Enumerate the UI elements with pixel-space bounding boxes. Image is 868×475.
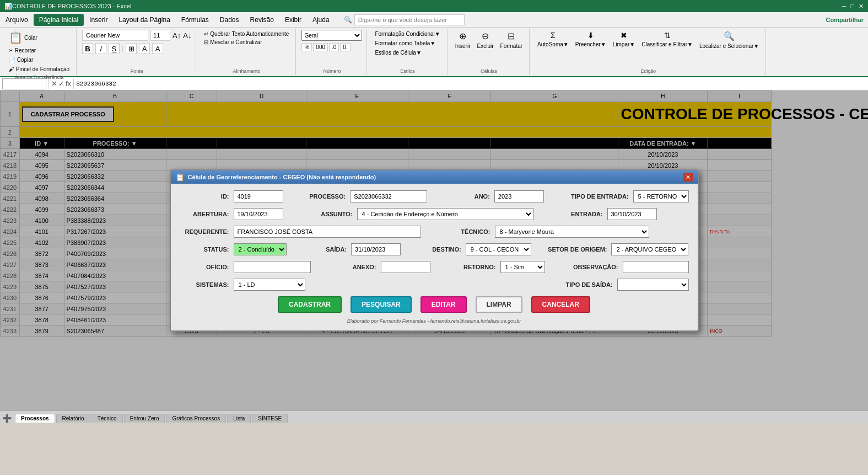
comma-button[interactable]: 000 <box>313 43 328 51</box>
border-button[interactable]: ⊞ <box>126 43 137 54</box>
ribbon-search[interactable] <box>354 14 465 25</box>
wrap-text-button[interactable]: ↵ Quebrar Texto Automaticamente <box>202 30 291 38</box>
format-cell-button[interactable]: ⊟Formatar <box>498 30 525 67</box>
menu-layout[interactable]: Layout da Página <box>113 14 175 26</box>
fill-button[interactable]: ⬇Preencher▼ <box>573 30 608 67</box>
dialog-close-button[interactable]: ✕ <box>683 173 693 182</box>
fill-color-button[interactable]: A <box>139 43 150 54</box>
title-text: CONTROLE DE PROCESSOS 2023 - Excel <box>12 3 131 9</box>
dialog-limpar-button[interactable]: LIMPAR <box>476 296 522 313</box>
sort-filter-button[interactable]: ⇅Classificar e Filtrar▼ <box>639 30 695 67</box>
font-name-input[interactable] <box>82 30 148 41</box>
percent-button[interactable]: % <box>301 43 312 51</box>
tipo-entrada-select[interactable]: 5 - RETORNO <box>633 190 689 202</box>
abertura-input[interactable] <box>234 208 283 220</box>
retorno-select[interactable]: 1 - Sim <box>500 261 546 273</box>
paste-button[interactable]: 📋Colar <box>7 30 72 45</box>
destino-label: DESTINO: <box>412 246 461 253</box>
menu-arquivo[interactable]: Arquivo <box>0 14 34 26</box>
font-size-input[interactable] <box>150 30 170 41</box>
requerente-input[interactable] <box>234 226 421 238</box>
decrease-decimal-button[interactable]: 0. <box>340 43 350 51</box>
anexo-label: ANEXO: <box>327 264 376 270</box>
sistemas-select[interactable]: 1 - LD <box>234 279 305 291</box>
cancel-formula-icon[interactable]: ✕ <box>51 79 57 88</box>
id-input[interactable] <box>234 190 283 202</box>
oficio-input[interactable] <box>234 261 311 273</box>
tipo-entrada-label: TIPO DE ENTRADA: <box>557 193 629 200</box>
dialog-pesquisar-button[interactable]: PESQUISAR <box>351 296 412 313</box>
oficio-label: OFÍCIO: <box>180 264 229 270</box>
font-shrink-button[interactable]: A↓ <box>183 31 191 40</box>
tipo-saida-select[interactable] <box>617 279 689 291</box>
dialog-editar-button[interactable]: EDITAR <box>420 296 467 313</box>
ribbon: 📋Colar ✂ Recortar 📄 Copiar 🖌 Pincel de F… <box>0 28 868 77</box>
clear-button[interactable]: ✖Limpar▼ <box>611 30 637 67</box>
minimize-btn[interactable]: ─ <box>842 3 847 10</box>
copy-button[interactable]: 📄 Copiar <box>7 56 72 64</box>
dialog-cancelar-button[interactable]: CANCELAR <box>531 296 590 313</box>
entrada-input[interactable] <box>607 208 657 220</box>
status-select[interactable]: 2 - Concluído <box>234 243 287 255</box>
sheet-tab-relatorio[interactable]: Relatório <box>56 414 90 423</box>
sheet-tab-graficos[interactable]: Gráficos Processos <box>166 414 226 423</box>
menu-revisao[interactable]: Revisão <box>245 14 279 26</box>
sheet-tab-tecnico[interactable]: Técnico <box>91 414 123 423</box>
conditional-format-button[interactable]: Formatação Condicional▼ <box>373 30 442 38</box>
delete-cell-button[interactable]: ⊖Excluir <box>475 30 496 67</box>
maximize-btn[interactable]: □ <box>850 3 854 10</box>
format-painter-button[interactable]: 🖌 Pincel de Formatação <box>7 65 72 73</box>
ano-input[interactable] <box>494 190 544 202</box>
anexo-input[interactable] <box>381 261 430 273</box>
format-table-button[interactable]: Formatar como Tabela▼ <box>373 39 442 47</box>
dialog-buttons-row: CADASTRAR PESQUISAR EDITAR LIMPAR CANCEL… <box>180 296 689 313</box>
insert-cell-button[interactable]: ⊕Inserir <box>453 30 473 67</box>
observacao-input[interactable] <box>623 261 689 273</box>
bold-button[interactable]: B <box>82 43 93 54</box>
insert-function-icon[interactable]: fx <box>66 79 71 88</box>
menu-ajuda[interactable]: Ajuda <box>307 14 335 26</box>
autosum-button[interactable]: ΣAutoSoma▼ <box>535 30 571 67</box>
dialog-row-6: SISTEMAS: 1 - LD TIPO DE SAÍDA: <box>180 279 689 291</box>
menu-bar: Arquivo Página Inicial Inserir Layout da… <box>0 12 868 28</box>
close-btn[interactable]: ✕ <box>859 3 864 10</box>
sheet-tab-processos[interactable]: Processos <box>15 414 55 423</box>
menu-inserir[interactable]: Inserir <box>84 14 113 26</box>
menu-exibir[interactable]: Exibir <box>279 14 307 26</box>
cell-styles-button[interactable]: Estilos de Célula▼ <box>373 49 442 57</box>
observacao-label: OBSERVAÇÃO: <box>558 264 618 270</box>
ribbon-editing-group: ΣAutoSoma▼ ⬇Preencher▼ ✖Limpar▼ ⇅Classif… <box>531 29 766 75</box>
sheet-tab-sintese[interactable]: SÍNTESE <box>252 414 288 423</box>
merge-button[interactable]: ⊟ Mesclar e Centralizar <box>202 38 264 46</box>
sheet-tab-lista[interactable]: Lista <box>227 414 251 423</box>
destino-select[interactable]: 9 - COL - CECON <box>466 243 531 255</box>
font-grow-button[interactable]: A↑ <box>172 31 181 40</box>
menu-dados[interactable]: Dados <box>214 14 245 26</box>
tecnico-select[interactable]: 8 - Maryvone Moura <box>495 226 649 238</box>
saida-input[interactable] <box>351 243 401 255</box>
add-sheet-button[interactable]: ➕ <box>2 414 12 423</box>
increase-decimal-button[interactable]: .0 <box>329 43 339 51</box>
confirm-formula-icon[interactable]: ✓ <box>58 79 64 88</box>
find-select-button[interactable]: 🔍Localizar e Selecionar▼ <box>697 30 761 67</box>
name-box[interactable] <box>2 78 46 89</box>
italic-button[interactable]: I <box>95 43 106 54</box>
title-bar: 📊 CONTROLE DE PROCESSOS 2023 - Excel ─ □… <box>0 0 868 12</box>
spreadsheet-area: A B C D E F G H I 1 CADASTRAR PROCESSO <box>0 90 868 410</box>
font-color-button[interactable]: A <box>152 43 163 54</box>
id-label: ID: <box>180 193 229 200</box>
menu-pagina-inicial[interactable]: Página Inicial <box>34 14 84 26</box>
number-format-select[interactable]: Geral <box>301 30 362 41</box>
dialog-row-5: OFÍCIO: ANEXO: RETORNO: 1 - Sim OBSERVAÇ… <box>180 261 689 273</box>
setor-origem-label: SETOR DE ORIGEM: <box>541 246 607 253</box>
dialog-cadastrar-button[interactable]: CADASTRAR <box>278 296 342 313</box>
setor-origem-select[interactable]: 2 - ARQUIVO CEGEO <box>611 243 688 255</box>
menu-formulas[interactable]: Fórmulas <box>176 14 214 26</box>
dialog-row-3: REQUERENTE: TÉCNICO: 8 - Maryvone Moura <box>180 226 689 238</box>
underline-button[interactable]: S <box>109 43 120 54</box>
sheet-tab-entrou-zero[interactable]: Entrou Zero <box>124 414 165 423</box>
cut-button[interactable]: ✂ Recortar <box>7 46 72 55</box>
share-button[interactable]: Compartilhar <box>826 17 868 23</box>
processo-input[interactable] <box>350 190 427 202</box>
assunto-select[interactable]: 4 - Certidão de Endereço e Número <box>357 208 533 220</box>
